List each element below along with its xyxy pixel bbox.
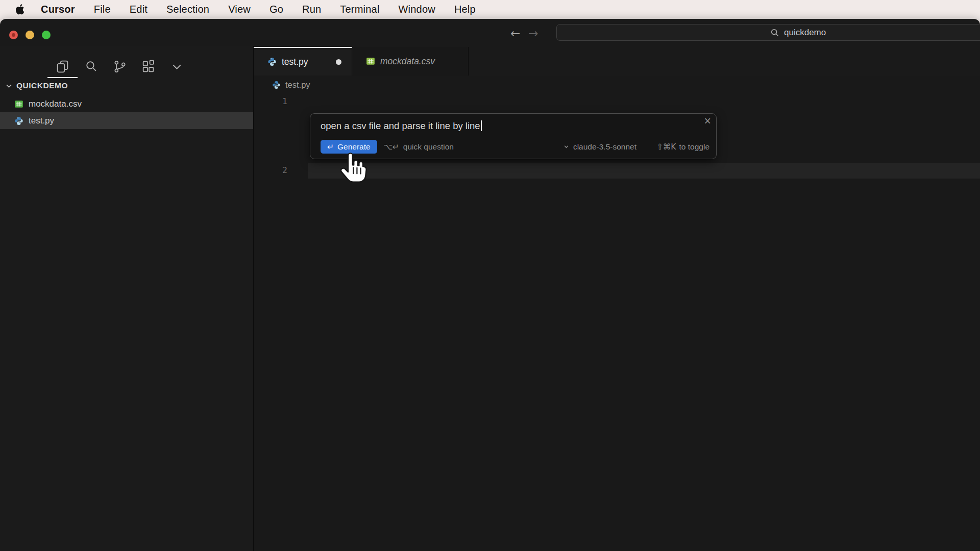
inline-ai-prompt: open a csv file and parse it line by lin…	[310, 113, 717, 159]
file-item-test-py[interactable]: test.py	[0, 112, 253, 129]
menu-bar: Cursor File Edit Selection View Go Run T…	[0, 0, 980, 19]
close-button[interactable]	[9, 31, 18, 39]
prompt-input-text: open a csv file and parse it line by lin…	[321, 120, 480, 131]
chevron-down-icon	[563, 143, 570, 150]
file-name: mockdata.csv	[29, 99, 82, 109]
files-icon	[55, 59, 70, 74]
more-views-button[interactable]	[169, 55, 185, 78]
breadcrumb-file: test.py	[285, 80, 310, 90]
line-number-2: 2	[254, 165, 287, 175]
prompt-input[interactable]: open a csv file and parse it line by lin…	[321, 120, 693, 132]
minimize-button[interactable]	[26, 31, 34, 39]
menu-item-selection[interactable]: Selection	[166, 4, 209, 15]
project-search-text: quickdemo	[784, 28, 826, 38]
tab-test-py[interactable]: test.py	[254, 47, 352, 76]
zoom-button[interactable]	[42, 31, 51, 39]
menu-item-go[interactable]: Go	[270, 4, 283, 15]
file-name: test.py	[29, 116, 54, 126]
search-view-button[interactable]	[83, 55, 99, 78]
search-icon	[84, 59, 99, 74]
close-prompt-button[interactable]: ×	[704, 113, 711, 129]
csv-file-icon	[14, 99, 23, 109]
screen: Cursor File Edit Selection View Go Run T…	[0, 0, 980, 551]
sidebar: QUICKDEMO mockdata.csv test.py	[0, 46, 253, 551]
tab-label: mockdata.csv	[380, 56, 435, 67]
tab-mockdata-csv[interactable]: mockdata.csv	[352, 47, 469, 76]
source-control-icon	[112, 59, 127, 74]
line-number-1: 1	[254, 96, 287, 106]
current-line-highlight	[308, 163, 980, 179]
tab-label: test.py	[282, 57, 308, 67]
forward-button[interactable]: →	[528, 27, 538, 40]
explorer-root-label: QUICKDEMO	[16, 81, 68, 90]
model-name: claude-3.5-sonnet	[573, 142, 636, 152]
python-file-icon	[14, 116, 23, 126]
search-icon	[770, 28, 779, 37]
toggle-label: to toggle	[679, 142, 709, 152]
activity-bar	[55, 55, 185, 78]
source-control-view-button[interactable]	[112, 55, 128, 78]
history-nav: ← →	[510, 27, 538, 40]
quick-question-action[interactable]: ⌥↵ quick question	[383, 140, 454, 154]
model-selector[interactable]: claude-3.5-sonnet	[563, 140, 636, 154]
generate-button[interactable]: ↵ Generate	[321, 140, 377, 154]
window-controls	[9, 31, 51, 39]
explorer-view-button[interactable]	[55, 55, 70, 78]
text-caret	[481, 120, 482, 131]
apple-menu[interactable]	[15, 4, 26, 15]
menu-item-help[interactable]: Help	[454, 4, 476, 15]
apple-icon	[15, 4, 24, 15]
chevron-down-icon	[169, 59, 184, 74]
menu-item-run[interactable]: Run	[302, 4, 321, 15]
project-search-field[interactable]: quickdemo	[556, 24, 980, 41]
quick-question-label: quick question	[403, 142, 454, 152]
enter-key-icon: ↵	[327, 142, 334, 152]
python-file-icon	[267, 57, 277, 66]
unsaved-dot[interactable]	[336, 59, 341, 65]
back-button[interactable]: ←	[510, 27, 520, 40]
explorer-root-header[interactable]: QUICKDEMO	[0, 78, 253, 93]
menu-item-edit[interactable]: Edit	[130, 4, 148, 15]
breadcrumb[interactable]: test.py	[272, 80, 310, 90]
chevron-down-icon	[5, 82, 13, 90]
tab-strip: test.py mockdata.csv	[254, 47, 980, 76]
csv-file-icon	[366, 57, 375, 66]
menu-item-window[interactable]: Window	[399, 4, 435, 15]
app-window: ← → quickdemo	[0, 19, 980, 551]
python-file-icon	[272, 81, 281, 89]
menu-item-view[interactable]: View	[228, 4, 251, 15]
extensions-icon	[141, 59, 156, 74]
shift-cmd-k-keys: ⇧⌘K	[656, 142, 676, 152]
menu-item-terminal[interactable]: Terminal	[340, 4, 379, 15]
extensions-view-button[interactable]	[140, 55, 156, 78]
option-enter-keys: ⌥↵	[383, 142, 399, 152]
toggle-shortcut-hint: ⇧⌘K to toggle	[656, 140, 709, 154]
generate-label: Generate	[337, 142, 371, 152]
editor-surface[interactable]: test.py 1 2 open a csv file and parse it…	[254, 76, 980, 551]
file-item-mockdata-csv[interactable]: mockdata.csv	[0, 95, 253, 112]
menu-item-cursor[interactable]: Cursor	[41, 4, 75, 15]
hand-cursor	[336, 152, 369, 186]
menu-item-file[interactable]: File	[94, 4, 111, 15]
